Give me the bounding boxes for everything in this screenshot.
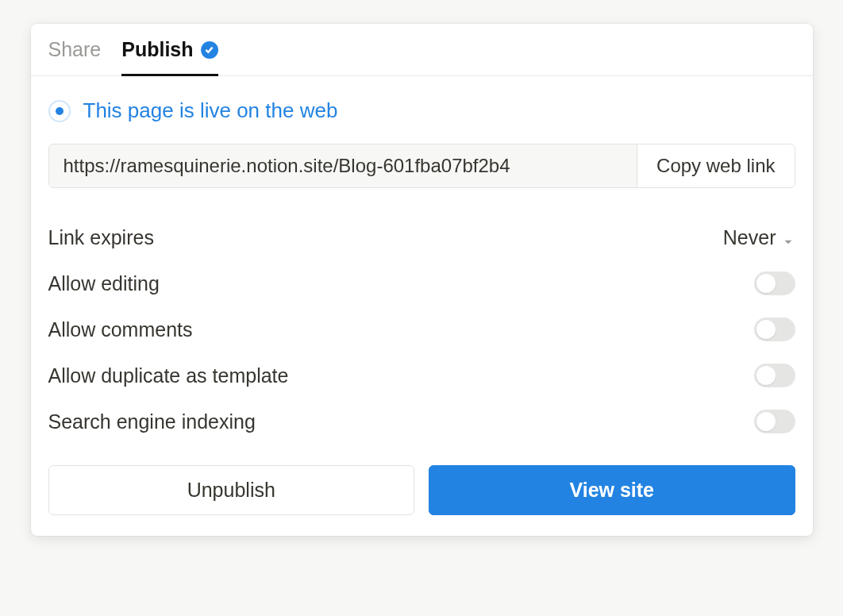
dialog-content: This page is live on the web Copy web li… [31, 76, 813, 536]
tab-share[interactable]: Share [48, 24, 102, 76]
link-expires-label: Link expires [48, 226, 154, 249]
allow-comments-toggle[interactable] [754, 318, 795, 341]
action-buttons: Unpublish View site [48, 465, 795, 515]
allow-comments-label: Allow comments [48, 318, 193, 341]
view-site-button[interactable]: View site [429, 465, 795, 515]
allow-duplicate-toggle[interactable] [754, 364, 795, 387]
dialog-tabs: Share Publish [31, 24, 813, 76]
public-url-input[interactable] [49, 144, 637, 187]
live-status-row: This page is live on the web [48, 98, 795, 123]
tab-publish-label: Publish [121, 38, 193, 61]
url-row: Copy web link [48, 144, 795, 188]
copy-link-button[interactable]: Copy web link [637, 144, 794, 187]
check-icon [201, 41, 218, 59]
live-indicator-icon [48, 100, 71, 122]
allow-editing-toggle[interactable] [754, 271, 795, 295]
search-indexing-label: Search engine indexing [48, 410, 256, 433]
setting-allow-editing: Allow editing [48, 260, 795, 306]
publish-dialog: Share Publish This page is live on the w… [31, 24, 813, 536]
setting-allow-comments: Allow comments [48, 306, 795, 352]
live-status-text: This page is live on the web [83, 98, 338, 123]
setting-allow-duplicate: Allow duplicate as template [48, 352, 795, 398]
tab-publish[interactable]: Publish [121, 24, 217, 76]
tab-share-label: Share [48, 38, 102, 61]
allow-duplicate-label: Allow duplicate as template [48, 364, 289, 387]
unpublish-button[interactable]: Unpublish [48, 465, 415, 515]
setting-search-indexing: Search engine indexing [48, 398, 795, 445]
setting-link-expires: Link expires Never [48, 215, 795, 260]
chevron-down-icon [781, 231, 795, 245]
search-indexing-toggle[interactable] [754, 410, 795, 433]
link-expires-value: Never [723, 226, 776, 249]
link-expires-dropdown[interactable]: Never [723, 226, 795, 249]
allow-editing-label: Allow editing [48, 272, 160, 295]
